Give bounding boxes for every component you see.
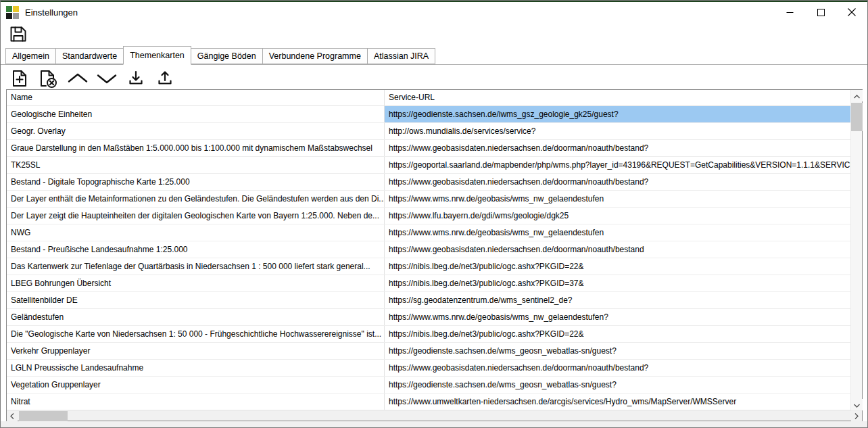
scroll-up-icon xyxy=(854,91,860,101)
delete-entry-icon xyxy=(38,68,59,89)
move-down-icon xyxy=(95,68,118,89)
url-cell[interactable]: https://www.wms.nrw.de/geobasis/wms_nw_g… xyxy=(385,309,850,325)
maximize-button[interactable] xyxy=(805,2,836,22)
move-down-button[interactable] xyxy=(95,68,118,89)
table-row[interactable]: Nitrat https://www.umweltkarten-niedersa… xyxy=(7,394,850,410)
url-cell[interactable]: https://www.geobasisdaten.niedersachsen.… xyxy=(385,360,850,376)
table-header-row: Name Service-URL xyxy=(7,90,850,106)
table-row[interactable]: Bestand - Preußische Landesaufnahme 1:25… xyxy=(7,241,850,258)
scroll-left-icon xyxy=(10,411,14,421)
table-row[interactable]: Satellitenbilder DE https://sg.geodatenz… xyxy=(7,292,850,309)
scroll-down-icon xyxy=(854,400,860,410)
column-header-service-url[interactable]: Service-URL xyxy=(385,90,850,105)
tabbar: Allgemein Standardwerte Themenkarten Gän… xyxy=(1,46,867,65)
name-cell[interactable]: NWG xyxy=(7,224,385,241)
table-row[interactable]: NWG https://www.wms.nrw.de/geobasis/wms_… xyxy=(7,224,850,241)
name-cell[interactable]: Vegetation Gruppenlayer xyxy=(7,377,385,393)
scroll-left-button[interactable] xyxy=(7,411,18,421)
app-icon xyxy=(6,6,19,19)
horizontal-scroll-thumb[interactable] xyxy=(19,411,68,421)
table-row[interactable]: LBEG Bohrungen Übersicht https://nibis.l… xyxy=(7,275,850,292)
name-cell[interactable]: Das Kartenwerk zur Tiefenlage der Quartä… xyxy=(7,258,385,275)
url-cell[interactable]: https://www.lfu.bayern.de/gdi/wms/geolog… xyxy=(385,208,850,224)
url-cell[interactable]: https://www.umweltkarten-niedersachsen.d… xyxy=(385,394,850,410)
scroll-right-button[interactable] xyxy=(851,411,862,421)
close-icon xyxy=(848,8,856,16)
table-row[interactable]: TK25SL https://geoportal.saarland.de/map… xyxy=(7,157,850,174)
save-button[interactable] xyxy=(8,23,30,45)
url-cell[interactable]: https://nibis.lbeg.de/net3/public/ogc.as… xyxy=(385,275,850,291)
url-cell[interactable]: https://geodienste.sachsen.de/wms_geosn_… xyxy=(385,377,850,393)
scroll-up-button[interactable] xyxy=(851,90,863,101)
name-cell[interactable]: LGLN Preussische Landesaufnahme xyxy=(7,360,385,376)
table-row[interactable]: Geogr. Overlay http://ows.mundialis.de/s… xyxy=(7,123,850,140)
move-up-button[interactable] xyxy=(66,68,89,89)
table-body: Geologische Einheiten https://geodienste… xyxy=(7,106,850,410)
table-row[interactable]: Vegetation Gruppenlayer https://geodiens… xyxy=(7,377,850,394)
name-cell[interactable]: Verkehr Gruppenlayer xyxy=(7,343,385,359)
minimize-icon xyxy=(786,9,794,16)
table-row[interactable]: Bestand - Digitale Topographische Karte … xyxy=(7,174,850,191)
tab-standardwerte[interactable]: Standardwerte xyxy=(55,48,124,64)
tab-atlassian-jira[interactable]: Atlassian JIRA xyxy=(367,48,435,64)
tab-gaengige-boeden[interactable]: Gängige Böden xyxy=(191,48,263,64)
settings-window: Einstellungen xyxy=(0,0,868,428)
table-row[interactable]: Verkehr Gruppenlayer https://geodienste.… xyxy=(7,343,850,360)
add-entry-button[interactable] xyxy=(8,68,31,89)
url-cell[interactable]: https://www.wms.nrw.de/geobasis/wms_nw_g… xyxy=(385,224,850,241)
delete-entry-button[interactable] xyxy=(37,68,60,89)
import-button[interactable] xyxy=(124,68,147,89)
url-cell[interactable]: https://geodienste.sachsen.de/wms_geosn_… xyxy=(385,343,850,359)
url-cell[interactable]: https://nibis.lbeg.de/net3/public/ogc.as… xyxy=(385,326,850,342)
export-icon xyxy=(155,68,175,89)
name-cell[interactable]: LBEG Bohrungen Übersicht xyxy=(7,275,385,291)
name-cell[interactable]: Graue Darstellung in den Maßstäben 1:5.0… xyxy=(7,140,385,156)
name-cell[interactable]: TK25SL xyxy=(7,157,385,173)
tab-verbundene-programme[interactable]: Verbundene Programme xyxy=(262,48,368,64)
name-cell[interactable]: Geländestufen xyxy=(7,309,385,325)
url-cell[interactable]: https://nibis.lbeg.de/net3/public/ogc.as… xyxy=(385,258,850,275)
table-row[interactable]: Geologische Einheiten https://geodienste… xyxy=(7,106,850,123)
url-cell[interactable]: https://www.wms.nrw.de/geobasis/wms_nw_g… xyxy=(385,191,850,207)
name-cell[interactable]: Die "Geologische Karte von Niedersachsen… xyxy=(7,326,385,342)
table-row[interactable]: Die "Geologische Karte von Niedersachsen… xyxy=(7,326,850,343)
tab-allgemein[interactable]: Allgemein xyxy=(5,48,56,64)
name-cell[interactable]: Geogr. Overlay xyxy=(7,123,385,139)
table-row[interactable]: Der Layer zeigt die Haupteinheiten der d… xyxy=(7,208,850,224)
scroll-down-button[interactable] xyxy=(851,399,863,410)
minimize-button[interactable] xyxy=(774,2,805,22)
scroll-right-icon xyxy=(854,411,859,421)
url-cell[interactable]: https://sg.geodatenzentrum.de/wms_sentin… xyxy=(385,292,850,308)
url-cell[interactable]: http://ows.mundialis.de/services/service… xyxy=(385,123,850,139)
name-cell[interactable]: Bestand - Preußische Landesaufnahme 1:25… xyxy=(7,241,385,258)
window-controls xyxy=(774,2,867,22)
name-cell[interactable]: Der Layer zeigt die Haupteinheiten der d… xyxy=(7,208,385,224)
vertical-scroll-thumb[interactable] xyxy=(851,103,863,131)
horizontal-scrollbar[interactable] xyxy=(7,410,862,421)
close-button[interactable] xyxy=(836,2,867,22)
add-entry-icon xyxy=(9,68,30,89)
tab-themenkarten[interactable]: Themenkarten xyxy=(123,46,191,65)
name-cell[interactable]: Der Layer enthält die Metainformationen … xyxy=(7,191,385,207)
url-cell[interactable]: https://geodienste.sachsen.de/iwms_gsz_g… xyxy=(385,106,850,122)
export-button[interactable] xyxy=(153,68,176,89)
url-cell[interactable]: https://www.geobasisdaten.niedersachsen.… xyxy=(385,241,850,258)
name-cell[interactable]: Satellitenbilder DE xyxy=(7,292,385,308)
table-row[interactable]: LGLN Preussische Landesaufnahme https://… xyxy=(7,360,850,377)
column-header-name[interactable]: Name xyxy=(7,90,385,105)
titlebar: Einstellungen xyxy=(1,2,867,22)
table-row[interactable]: Das Kartenwerk zur Tiefenlage der Quartä… xyxy=(7,258,850,275)
window-bottom-strip xyxy=(1,421,867,427)
table-row[interactable]: Graue Darstellung in den Maßstäben 1:5.0… xyxy=(7,140,850,157)
table-row[interactable]: Geländestufen https://www.wms.nrw.de/geo… xyxy=(7,309,850,326)
name-cell[interactable]: Nitrat xyxy=(7,394,385,410)
url-cell[interactable]: https://www.geobasisdaten.niedersachsen.… xyxy=(385,174,850,190)
table-row[interactable]: Der Layer enthält die Metainformationen … xyxy=(7,191,850,208)
url-cell[interactable]: https://www.geobasisdaten.niedersachsen.… xyxy=(385,140,850,156)
url-cell[interactable]: https://geoportal.saarland.de/mapbender/… xyxy=(385,157,850,173)
window-top-accent xyxy=(1,1,867,2)
name-cell[interactable]: Geologische Einheiten xyxy=(7,106,385,122)
vertical-scrollbar[interactable] xyxy=(850,90,862,410)
import-icon xyxy=(126,68,146,89)
name-cell[interactable]: Bestand - Digitale Topographische Karte … xyxy=(7,174,385,190)
